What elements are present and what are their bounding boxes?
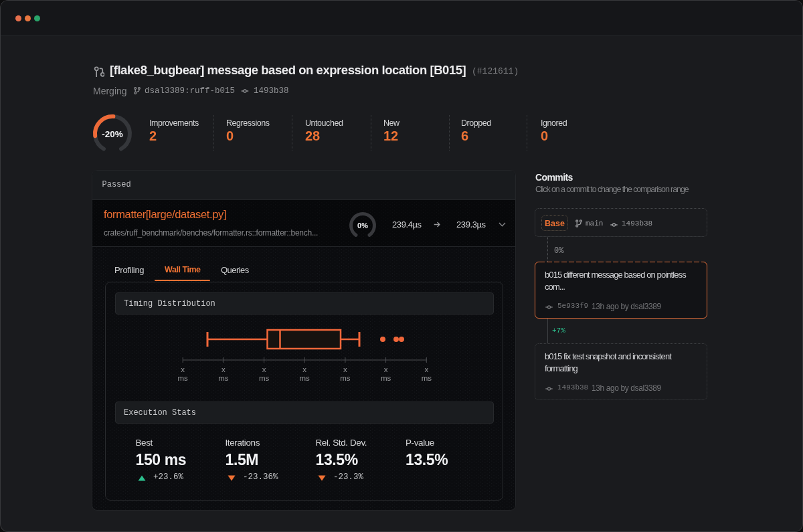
svg-text:x: x bbox=[384, 365, 388, 373]
svg-text:0%: 0% bbox=[357, 221, 368, 230]
svg-text:ms: ms bbox=[259, 374, 270, 382]
svg-text:x: x bbox=[181, 365, 185, 373]
svg-text:ms: ms bbox=[300, 374, 310, 382]
svg-text:ms: ms bbox=[340, 374, 351, 382]
svg-text:x: x bbox=[262, 365, 266, 373]
svg-text:ms: ms bbox=[178, 374, 189, 382]
svg-text:-20%: -20% bbox=[102, 129, 123, 139]
svg-text:ms: ms bbox=[422, 374, 432, 382]
svg-text:x: x bbox=[343, 365, 347, 373]
svg-text:x: x bbox=[221, 365, 226, 373]
svg-text:ms: ms bbox=[381, 374, 391, 382]
svg-text:ms: ms bbox=[218, 374, 229, 382]
svg-text:x: x bbox=[302, 365, 306, 373]
svg-text:x: x bbox=[424, 365, 428, 373]
